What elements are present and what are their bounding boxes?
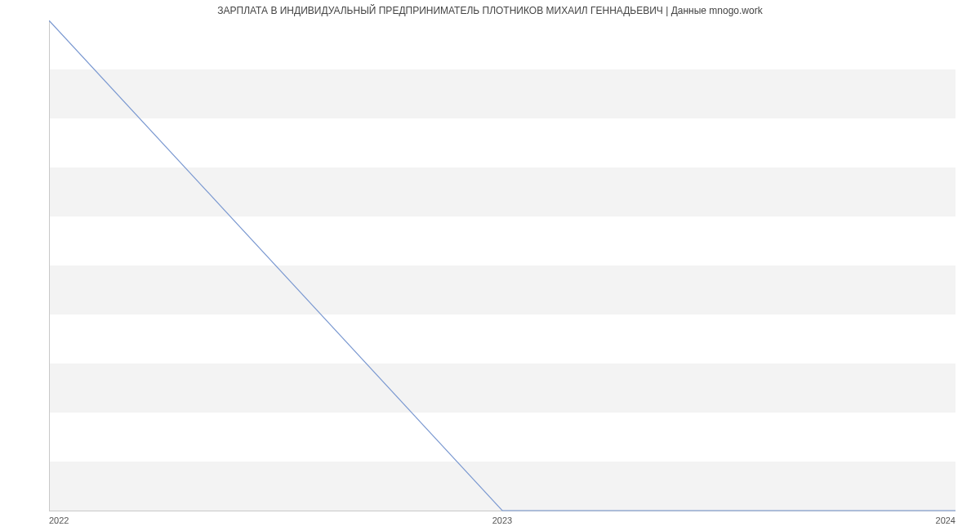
- grid-band: [49, 364, 956, 413]
- chart-title: ЗАРПЛАТА В ИНДИВИДУАЛЬНЫЙ ПРЕДПРИНИМАТЕЛ…: [0, 5, 980, 16]
- grid-band: [49, 266, 956, 315]
- grid-band: [49, 167, 956, 216]
- chart-svg: 3500035500360003650037000375003800038500…: [49, 20, 964, 531]
- grid-band: [49, 462, 956, 511]
- x-tick-label: 2022: [49, 515, 69, 525]
- plot-area: 3500035500360003650037000375003800038500…: [49, 20, 964, 511]
- x-tick-label: 2023: [492, 515, 512, 525]
- x-tick-label: 2024: [936, 515, 956, 525]
- chart-container: ЗАРПЛАТА В ИНДИВИДУАЛЬНЫЙ ПРЕДПРИНИМАТЕЛ…: [0, 0, 980, 531]
- grid-band: [49, 69, 956, 118]
